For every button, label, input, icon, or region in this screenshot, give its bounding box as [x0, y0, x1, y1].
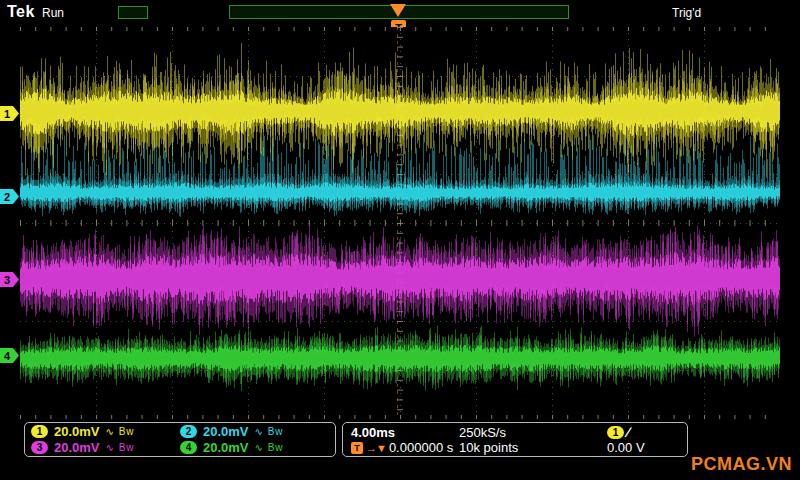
ch1-coupling-bandwidth-icon: ∿ Bw [106, 426, 135, 437]
timebase-trigger-readout-box: 4.00ms 250kS/s 1 ∕ T →▼ 0.000000 s 10k p… [342, 422, 688, 457]
trigger-slope-icon: ∕ [627, 424, 629, 440]
trigger-position-arrow-icon[interactable] [390, 4, 406, 17]
acquisition-indicator-small [118, 6, 148, 19]
trigger-time-value: 0.000000 s [389, 440, 453, 455]
ch2-readout: 2 20.0mV ∿ Bw [180, 424, 329, 439]
ch3-level-marker[interactable]: 3 [0, 272, 19, 287]
record-length: 10k points [459, 440, 607, 455]
ch3-scale: 20.0mV [54, 440, 100, 455]
trigger-source: 1 ∕ [607, 424, 679, 440]
ch4-badge: 4 [180, 441, 197, 454]
watermark: PCMAG.VN [691, 454, 792, 475]
ch4-coupling-bandwidth-icon: ∿ Bw [255, 442, 284, 453]
ch4-scale: 20.0mV [203, 440, 249, 455]
ch1-scale: 20.0mV [54, 424, 100, 439]
trigger-arrows-icon: →▼ [366, 442, 386, 454]
record-length-value: 10k points [459, 440, 518, 455]
trigger-status: Trig'd [672, 6, 701, 20]
timebase-scale: 4.00ms [351, 425, 459, 440]
trigger-source-badge: 1 [607, 426, 624, 439]
ch3-badge: 3 [31, 441, 48, 454]
ch2-level-marker[interactable]: 2 [0, 189, 19, 204]
ch1-readout: 1 20.0mV ∿ Bw [31, 424, 180, 439]
ch2-coupling-bandwidth-icon: ∿ Bw [255, 426, 284, 437]
acquisition-status: Run [42, 6, 64, 20]
trigger-level: 0.00 V [607, 440, 679, 455]
sample-rate: 250kS/s [459, 425, 607, 440]
trigger-level-value: 0.00 V [607, 440, 645, 455]
oscilloscope-screen: Tek Run Trig'd T 1 2 3 4 1 20.0mV ∿ Bw 2… [0, 0, 800, 480]
ch2-scale: 20.0mV [203, 424, 249, 439]
ch1-level-marker[interactable]: 1 [0, 106, 19, 121]
ch4-readout: 4 20.0mV ∿ Bw [180, 440, 329, 455]
ch1-badge: 1 [31, 425, 48, 438]
trigger-time: T →▼ 0.000000 s [351, 440, 459, 455]
trigger-time-icon: T [351, 442, 363, 454]
ch3-readout: 3 20.0mV ∿ Bw [31, 440, 180, 455]
waveform-display [20, 27, 780, 419]
ch4-level-marker[interactable]: 4 [0, 348, 19, 363]
channel-readout-box: 1 20.0mV ∿ Bw 2 20.0mV ∿ Bw 3 20.0mV ∿ B… [24, 422, 336, 457]
ch2-badge: 2 [180, 425, 197, 438]
sample-rate-value: 250kS/s [459, 425, 506, 440]
timebase-scale-value: 4.00ms [351, 425, 395, 440]
ch3-coupling-bandwidth-icon: ∿ Bw [106, 442, 135, 453]
tek-logo: Tek [7, 3, 35, 21]
